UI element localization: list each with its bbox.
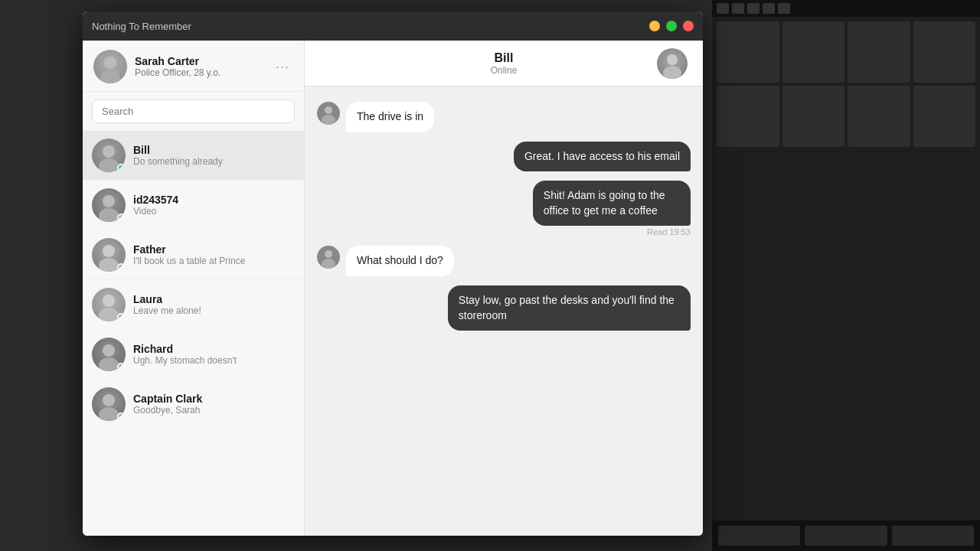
message-bubble-received: The drive is in [346,102,434,132]
taskbar-item [892,526,974,546]
current-user-name: Sarah Carter [135,55,264,67]
online-indicator [117,164,125,171]
avatar [92,337,126,371]
current-user-role: Police Officer, 28 y.o. [135,67,264,78]
close-button[interactable]: × [683,21,694,31]
svg-point-7 [99,258,119,272]
offline-indicator [117,263,125,271]
svg-point-10 [103,344,115,357]
contact-info: Laura Leave me alone! [133,293,295,316]
message-avatar [317,102,340,125]
message-row: Great. I have access to his email [317,142,691,172]
more-options-button[interactable]: ··· [272,56,293,77]
contact-name: Captain Clark [133,393,295,405]
message-bubble-received: What should I do? [346,246,454,276]
message-avatar [317,246,340,269]
contact-preview: Video [133,206,295,217]
svg-point-13 [99,407,119,421]
chat-contact-name: Bill [495,51,514,65]
contact-preview: Ugh. My stomach doesn't [133,355,295,366]
offline-indicator [117,313,125,321]
chat-contact-status: Online [491,65,518,76]
avatar [92,188,126,222]
taskbar-icon [778,3,790,14]
message-text: Shit! Adam is going to the office to get… [544,189,665,217]
message-text: Stay low, go past the desks and you'll f… [459,294,675,321]
thumbnail [848,21,910,83]
contact-item-bill[interactable]: Bill Do something already [83,131,304,181]
avatar [92,238,126,272]
thumbnail [913,21,976,83]
offline-indicator [117,412,125,420]
sidebar: Sarah Carter Police Officer, 28 y.o. ··· [83,41,305,536]
app-title: Nothing To Remember [92,21,191,32]
offline-indicator [117,363,125,370]
avatar [92,387,126,421]
contact-item-laura[interactable]: Laura Leave me alone! [83,280,304,330]
app-content: Sarah Carter Police Officer, 28 y.o. ··· [83,41,703,536]
message-text: Great. I have access to his email [524,150,680,162]
taskbar [712,0,980,17]
taskbar-item [718,526,800,546]
svg-point-12 [103,394,115,406]
svg-point-11 [99,357,119,371]
svg-point-19 [322,259,335,269]
thumbnail [913,86,976,147]
search-box [92,99,295,123]
chat-contact-avatar [657,48,688,79]
offline-indicator [117,214,125,221]
message-row: Shit! Adam is going to the office to get… [317,181,691,236]
contact-info: id243574 Video [133,194,295,217]
contact-item-captain-clark[interactable]: Captain Clark Goodbye, Sarah [83,380,304,429]
minimize-button[interactable]: − [649,21,660,31]
message-row: The drive is in [317,102,691,132]
avatar [92,288,126,321]
contact-name: Laura [133,293,295,305]
thumbnail [782,86,845,147]
taskbar-icon [747,3,760,14]
svg-point-4 [103,195,115,207]
current-user-info: Sarah Carter Police Officer, 28 y.o. [135,55,264,78]
chat-header: Bill Online [305,41,703,86]
contact-name: Bill [133,144,295,156]
svg-point-16 [325,106,332,114]
sidebar-header: Sarah Carter Police Officer, 28 y.o. ··· [83,41,304,92]
taskbar-icon [763,3,775,14]
svg-point-18 [325,250,332,258]
contact-preview: Goodbye, Sarah [133,405,295,416]
thumbnail [782,21,845,83]
thumbnail [717,86,779,147]
window-controls: − □ × [649,21,694,31]
contact-preview: Leave me alone! [133,305,295,316]
desktop-thumbnails [712,17,980,152]
contact-info: Richard Ugh. My stomach doesn't [133,343,295,366]
title-bar: Nothing To Remember − □ × [83,11,703,41]
messages-container: The drive is in Great. I have access to … [305,86,703,536]
avatar [92,139,126,172]
contact-item-id243574[interactable]: id243574 Video [83,181,304,230]
maximize-button[interactable]: □ [666,21,677,31]
message-bubble-sent: Great. I have access to his email [514,142,691,172]
message-row: Stay low, go past the desks and you'll f… [317,285,691,331]
svg-point-17 [322,115,335,125]
chat-area: Bill Online [305,41,703,536]
contact-name: id243574 [133,194,295,206]
messaging-app-window: Nothing To Remember − □ × Sarah Carter P… [83,11,703,536]
search-input[interactable] [92,99,295,123]
thumbnail [717,21,779,83]
contact-item-richard[interactable]: Richard Ugh. My stomach doesn't [83,330,304,380]
contacts-list: Bill Do something already id243574 [83,131,304,536]
chat-contact-info: Bill Online [491,51,518,76]
message-bubble-sent: Stay low, go past the desks and you'll f… [448,285,691,331]
svg-point-8 [103,295,115,307]
contact-name: Father [133,243,295,256]
contact-preview: I'll book us a table at Prince [133,256,295,266]
current-user-avatar [93,50,127,83]
taskbar-icon [732,3,744,14]
message-text: The drive is in [357,110,423,122]
taskbar-item [805,526,887,546]
message-text: What should I do? [357,254,443,266]
svg-point-3 [99,158,119,172]
taskbar-icon [717,3,729,14]
contact-item-father[interactable]: Father I'll book us a table at Prince [83,230,304,280]
